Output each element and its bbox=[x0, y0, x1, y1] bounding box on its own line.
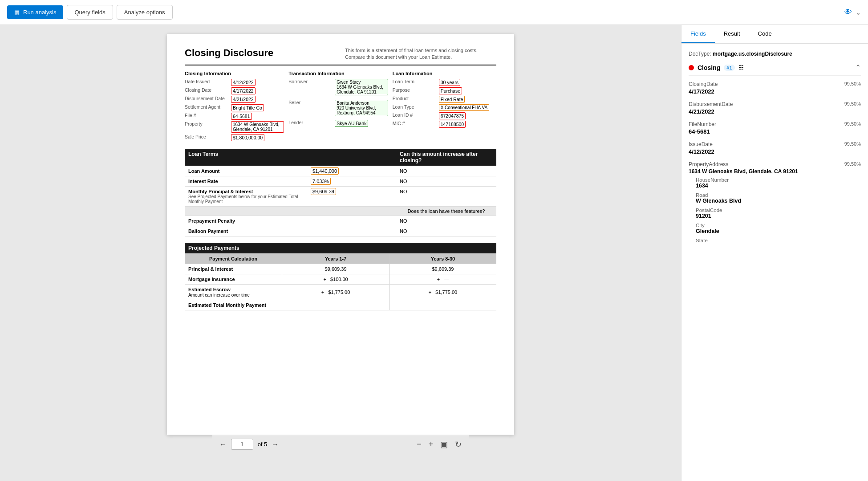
closing-info-col: Closing Information Date Issued 4/12/202… bbox=[185, 71, 288, 143]
loan-id-label: Loan ID # bbox=[393, 112, 437, 119]
interest-rate-value: 7.033% bbox=[307, 176, 396, 186]
property-address-field-header: PropertyAddress 99.50% bbox=[689, 161, 861, 167]
proj-mi-y8-30: + — bbox=[389, 274, 496, 284]
doc-subtitle: This form is a statement of final loan t… bbox=[345, 47, 496, 61]
proj-mi-y1-7: + $100.00 bbox=[282, 274, 389, 284]
fit-page-button[interactable]: ▣ bbox=[440, 440, 448, 449]
closing-info-heading: Closing Information bbox=[185, 71, 284, 76]
settlement-agent-value: Bright Title Co bbox=[231, 104, 264, 111]
interest-rate-label: Interest Rate bbox=[185, 176, 307, 186]
closing-date-value: 4/17/2022 bbox=[231, 87, 256, 94]
toolbar: ▩ Run analysis Query fields Analyze opti… bbox=[0, 0, 868, 25]
product-label: Product bbox=[393, 96, 437, 103]
mic-row: MIC # 147188500 bbox=[393, 121, 492, 128]
mic-label: MIC # bbox=[393, 121, 437, 128]
proj-escrow-y1-7: + $1,775.00 bbox=[282, 284, 389, 300]
query-fields-label: Query fields bbox=[74, 9, 105, 16]
view-icon[interactable]: 👁 bbox=[844, 8, 852, 17]
tab-fields[interactable]: Fields bbox=[681, 25, 715, 43]
grid-icon[interactable]: ☷ bbox=[738, 64, 744, 71]
property-address-field: PropertyAddress 99.50% 1634 W Glenoaks B… bbox=[689, 161, 861, 243]
interest-rate-answer: NO bbox=[396, 176, 496, 186]
balloon-label: Balloon Payment bbox=[185, 226, 307, 236]
loan-info-heading: Loan Information bbox=[393, 71, 492, 76]
tab-result[interactable]: Result bbox=[715, 25, 749, 43]
zoom-in-button[interactable]: + bbox=[429, 440, 434, 449]
interest-rate-row: Interest Rate 7.033% NO bbox=[185, 176, 496, 186]
proj-pi-y1-7: $9,609.39 bbox=[282, 264, 389, 274]
borrower-value: Gwen Stacy 1634 W Glenoaks Blvd, Glendal… bbox=[335, 79, 388, 95]
prepayment-empty bbox=[307, 216, 396, 226]
mic-value: 147188500 bbox=[439, 121, 466, 128]
disbursement-date-field-header: DisbursementDate 99.50% bbox=[689, 101, 861, 107]
sale-price-row: Sale Price $1,800,000.00 bbox=[185, 134, 284, 141]
doctype-value: mortgage.us.closingDisclosure bbox=[713, 51, 792, 57]
purpose-row: Purpose Purchase bbox=[393, 87, 492, 94]
tab-code[interactable]: Code bbox=[749, 25, 781, 43]
settlement-agent-row: Settlement Agent Bright Title Co bbox=[185, 104, 284, 111]
property-label: Property bbox=[185, 121, 229, 133]
proj-payments-title: Projected Payments bbox=[185, 243, 496, 254]
proj-pi-label: Principal & Interest bbox=[185, 264, 282, 274]
analyze-options-button[interactable]: Analyze options bbox=[117, 5, 173, 20]
loan-term-value: 30 years bbox=[439, 79, 460, 86]
balloon-answer: NO bbox=[396, 226, 496, 236]
loan-amount-answer: NO bbox=[396, 166, 496, 176]
property-address-field-value: 1634 W Glenoaks Blvd, Glendale, CA 91201 bbox=[689, 168, 861, 175]
proj-pi-row: Principal & Interest $9,609.39 $9,609.39 bbox=[185, 264, 496, 274]
doctype-row: DocType: mortgage.us.closingDisclosure bbox=[689, 51, 861, 57]
chart-icon: ▩ bbox=[14, 9, 20, 16]
proj-mi-label: Mortgage Insurance bbox=[185, 274, 282, 284]
loan-terms-header: Loan Terms Can this amount increase afte… bbox=[185, 149, 496, 166]
transaction-info-heading: Transaction Information bbox=[288, 71, 388, 76]
can-increase-heading: Can this amount increase after closing? bbox=[396, 149, 496, 166]
settlement-agent-label: Settlement Agent bbox=[185, 104, 229, 111]
query-fields-button[interactable]: Query fields bbox=[67, 5, 113, 20]
property-sub-fields: HouseNumber 1634 Road W Glenoaks Blvd Po… bbox=[696, 177, 861, 243]
sale-price-value: $1,800,000.00 bbox=[231, 134, 264, 141]
proj-total-row: Estimated Total Monthly Payment bbox=[185, 300, 496, 310]
doc-title: Closing Disclosure bbox=[185, 47, 273, 59]
doc-title-block: Closing Disclosure bbox=[185, 47, 273, 61]
zoom-out-button[interactable]: − bbox=[417, 440, 422, 449]
proj-escrow-row: Estimated EscrowAmount can increase over… bbox=[185, 284, 496, 300]
loan-type-row: Loan Type X Conventional FHA VA bbox=[393, 104, 492, 111]
page-number-input[interactable] bbox=[231, 439, 253, 450]
loan-terms-title: Loan Terms bbox=[185, 149, 396, 166]
right-panel: Fields Result Code DocType: mortgage.us.… bbox=[681, 25, 868, 481]
loan-amount-value: $1,440,000 bbox=[307, 166, 396, 176]
closing-date-field-value: 4/17/2022 bbox=[689, 88, 861, 95]
prev-page-button[interactable]: ← bbox=[219, 440, 227, 448]
payment-calc-col-header: Payment Calculation bbox=[185, 253, 282, 264]
prepayment-label: Prepayment Penalty bbox=[185, 216, 307, 226]
city-subfield: City Glendale bbox=[696, 223, 861, 234]
section-header: Closing #1 ☷ ⌃ bbox=[689, 63, 861, 76]
date-issued-label: Date Issued bbox=[185, 79, 229, 86]
balloon-empty bbox=[307, 226, 396, 236]
rotate-button[interactable]: ↻ bbox=[455, 440, 462, 449]
lender-row: Lender Skye AU Bank bbox=[288, 120, 388, 127]
next-page-button[interactable]: → bbox=[272, 440, 279, 448]
prepayment-row: Prepayment Penalty NO bbox=[185, 216, 496, 226]
doctype-label: DocType: bbox=[689, 51, 711, 57]
issue-date-field-header: IssueDate 99.50% bbox=[689, 141, 861, 147]
proj-escrow-label: Estimated EscrowAmount can increase over… bbox=[185, 284, 282, 300]
prepayment-answer: NO bbox=[396, 216, 496, 226]
run-analysis-button[interactable]: ▩ Run analysis bbox=[7, 5, 63, 19]
projected-payments-table: Projected Payments Payment Calculation Y… bbox=[185, 243, 496, 310]
disbursement-date-label: Disbursement Date bbox=[185, 96, 229, 103]
file-number-field-header: FileNumber 99.50% bbox=[689, 121, 861, 127]
borrower-row: Borrower Gwen Stacy 1634 W Glenoaks Blvd… bbox=[288, 79, 388, 95]
loan-amount-row: Loan Amount $1,440,000 NO bbox=[185, 166, 496, 176]
proj-mi-row: Mortgage Insurance + $100.00 + — bbox=[185, 274, 496, 284]
state-subfield: State bbox=[696, 238, 861, 243]
proj-pi-y8-30: $9,609.39 bbox=[389, 264, 496, 274]
chevron-down-icon[interactable]: ⌄ bbox=[856, 9, 861, 16]
file-number-field: FileNumber 99.50% 64-5681 bbox=[689, 121, 861, 135]
section-title: Closing bbox=[698, 64, 720, 71]
proj-payments-header: Projected Payments bbox=[185, 243, 496, 254]
collapse-button[interactable]: ⌃ bbox=[855, 63, 861, 72]
transaction-info-col: Transaction Information Borrower Gwen St… bbox=[288, 71, 392, 143]
proj-total-y8-30 bbox=[389, 300, 496, 310]
lender-label: Lender bbox=[288, 120, 333, 127]
